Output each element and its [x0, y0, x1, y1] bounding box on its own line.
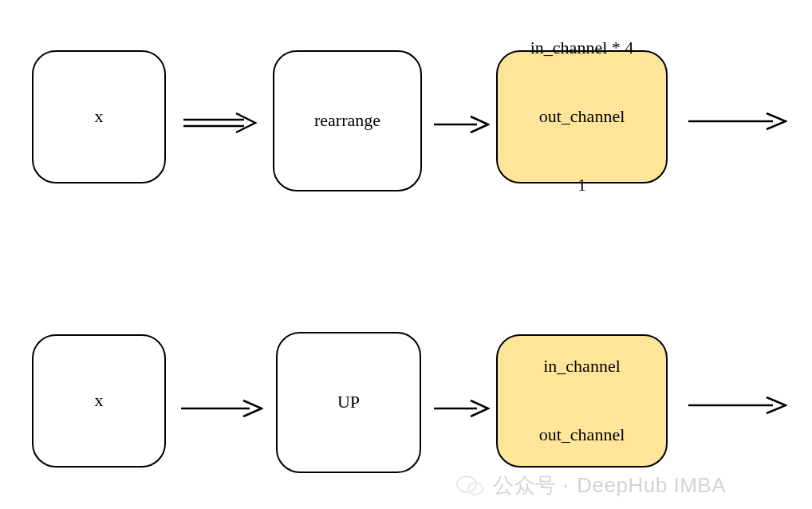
- row1-channel-node: in_channel * 4 out_channel 1: [496, 50, 668, 183]
- watermark: 公众号 · DeepHub IMBA: [456, 472, 726, 499]
- row1-channel-text: in_channel * 4 out_channel 1: [530, 0, 634, 243]
- row1-input-node: x: [32, 50, 166, 183]
- watermark-prefix: 公众号 ·: [493, 472, 569, 499]
- row2-channel-line1: in_channel: [539, 355, 625, 378]
- row2-channel-text: in_channel out_channel: [539, 310, 625, 492]
- row1-rearrange-label: rearrange: [314, 109, 380, 132]
- row1-channel-line3: 1: [530, 174, 634, 197]
- wechat-icon: [456, 474, 485, 498]
- row1-channel-line1: in_channel * 4: [530, 37, 634, 60]
- row2-channel-node: in_channel out_channel: [496, 334, 668, 468]
- row2-up-label: UP: [337, 391, 360, 414]
- row2-input-label: x: [95, 389, 104, 412]
- diagram-canvas: x rearrange in_channel * 4 out_channel 1: [0, 0, 812, 509]
- row1-input-label: x: [95, 105, 104, 128]
- row1-channel-line2: out_channel: [530, 105, 634, 128]
- row2-input-node: x: [32, 334, 166, 468]
- row1-rearrange-node: rearrange: [273, 50, 422, 191]
- row2-up-node: UP: [276, 332, 421, 473]
- row2-channel-line2: out_channel: [539, 424, 625, 447]
- watermark-name: DeepHub IMBA: [577, 473, 726, 498]
